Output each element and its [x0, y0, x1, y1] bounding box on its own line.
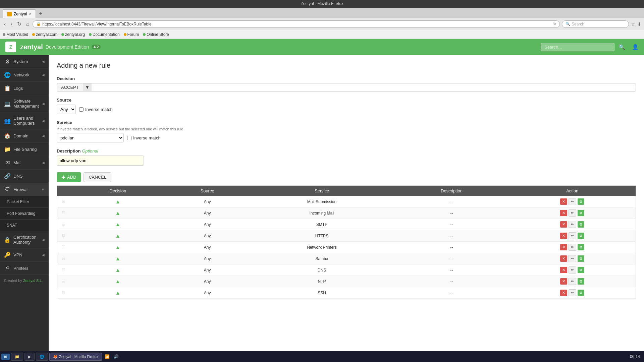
copy-button[interactable]: ⧉ [578, 278, 584, 285]
service-select[interactable]: pdc.lan Mail Submission SMTP HTTPS DNS [57, 133, 124, 142]
drag-handle[interactable]: ⠿ [62, 211, 65, 216]
edit-button[interactable]: ✏ [569, 244, 576, 251]
drag-handle[interactable]: ⠿ [62, 222, 65, 227]
reload-button[interactable]: ↻ [16, 20, 23, 28]
copy-button[interactable]: ⧉ [578, 233, 584, 239]
download-icon[interactable]: ⬇ [637, 21, 641, 27]
copy-button[interactable]: ⧉ [578, 255, 584, 262]
delete-button[interactable]: ✕ [560, 198, 567, 205]
sidebar-item-network[interactable]: 🌐 Network ◀ [0, 68, 49, 82]
drag-handle[interactable]: ⠿ [62, 256, 65, 261]
action-cell: ✕ ✏ ⧉ [509, 287, 636, 299]
source-cell: Any [165, 264, 249, 276]
sidebar-item-port-forwarding[interactable]: Port Forwarding [0, 208, 49, 220]
source-cell: Any [165, 196, 249, 207]
edit-button[interactable]: ✏ [569, 198, 576, 205]
delete-button[interactable]: ✕ [560, 210, 567, 216]
forward-button[interactable]: › [9, 20, 13, 28]
sidebar-item-mail[interactable]: ✉ Mail ◀ [0, 156, 49, 170]
zentyal-link[interactable]: Zentyal S.L. [23, 279, 43, 283]
edit-button[interactable]: ✏ [569, 255, 576, 262]
sidebar-item-firewall[interactable]: 🛡 Firewall ▼ [0, 183, 49, 196]
source-cell: Any [165, 219, 249, 230]
edit-button[interactable]: ✏ [569, 266, 576, 274]
sidebar-item-packet-filter[interactable]: Packet Filter [0, 196, 49, 208]
source-select[interactable]: Any [57, 105, 76, 114]
back-button[interactable]: ‹ [3, 20, 7, 28]
source-cell: Any [165, 207, 249, 219]
header-search-icon[interactable]: 🔍 [619, 44, 625, 50]
taskbar-firefox-item[interactable]: 🦊 Zentyal - Mozilla Firefox [49, 353, 102, 361]
new-tab-button[interactable]: + [36, 9, 45, 18]
decision-main-button[interactable]: ACCEPT [57, 83, 83, 91]
edit-button[interactable]: ✏ [569, 221, 576, 228]
copy-button[interactable]: ⧉ [578, 210, 584, 216]
sidebar-item-filesharing[interactable]: 📁 File Sharing [0, 143, 49, 156]
cancel-button[interactable]: CANCEL [84, 172, 111, 182]
reload-icon[interactable]: ↻ [553, 22, 556, 26]
edit-button[interactable]: ✏ [569, 209, 576, 217]
bookmark-zentyal-com[interactable]: zentyal.com [32, 32, 57, 37]
sidebar-item-cert[interactable]: 🔒 Certification Authority ◀ [0, 231, 49, 248]
sidebar-item-vpn[interactable]: 🔑 VPN ◀ [0, 248, 49, 262]
delete-button[interactable]: ✕ [560, 278, 567, 285]
sidebar-label: Printers [13, 266, 45, 271]
delete-button[interactable]: ✕ [560, 267, 567, 273]
drag-handle[interactable]: ⠿ [62, 234, 65, 238]
taskbar-start-button[interactable]: ⊞ [1, 354, 10, 360]
browser-search-bar[interactable]: 🔍 Search [562, 20, 629, 28]
sidebar-item-users[interactable]: 👥 Users and Computers ◀ [0, 112, 49, 129]
delete-button[interactable]: ✕ [560, 221, 567, 228]
bookmark-documentation[interactable]: Documentation [89, 32, 120, 37]
service-inverse-checkbox[interactable] [127, 136, 131, 140]
bookmark-star-icon[interactable]: ☆ [631, 21, 635, 27]
edit-button[interactable]: ✏ [569, 289, 576, 296]
browser-tab-active[interactable]: Zentyal ✕ [3, 9, 36, 18]
sidebar-item-printers[interactable]: 🖨 Printers [0, 262, 49, 275]
copy-button[interactable]: ⧉ [578, 244, 584, 250]
delete-button[interactable]: ✕ [560, 290, 567, 296]
drag-handle[interactable]: ⠿ [62, 245, 65, 250]
delete-button[interactable]: ✕ [560, 233, 567, 239]
decision-cell: ▲ [70, 196, 165, 207]
home-button[interactable]: ⌂ [25, 20, 31, 28]
bookmark-forum[interactable]: Forum [124, 32, 139, 37]
sidebar-item-software[interactable]: 💻 Software Management ◀ [0, 95, 49, 112]
taskbar-icon-terminal[interactable]: ▶ [24, 353, 35, 361]
header-user-icon[interactable]: 👤 [632, 44, 639, 50]
drag-handle[interactable]: ⠿ [62, 268, 65, 273]
decision-arrow-button[interactable]: ▼ [83, 83, 92, 91]
sidebar-item-system[interactable]: ⚙ System ◀ [0, 55, 49, 68]
source-inverse-checkbox[interactable] [79, 107, 84, 112]
delete-button[interactable]: ✕ [560, 255, 567, 262]
copy-button[interactable]: ⧉ [578, 290, 584, 296]
form-buttons: ✚ ADD CANCEL [57, 172, 636, 182]
sidebar-item-logs[interactable]: 📋 Logs [0, 82, 49, 95]
taskbar-icon-files[interactable]: 📁 [11, 353, 23, 361]
drag-handle[interactable]: ⠿ [62, 291, 65, 295]
bookmark-online-store[interactable]: Online Store [143, 32, 169, 37]
table-row: ⠿ ▲ Any Mail Submission -- ✕ ✏ ⧉ [57, 196, 636, 207]
sidebar-item-snat[interactable]: SNAT [0, 220, 49, 231]
bookmark-zentyal-org[interactable]: zentyal.org [61, 32, 85, 37]
header-search-input[interactable] [541, 43, 614, 51]
bookmarks-bar: Most Visited zentyal.com zentyal.org Doc… [0, 30, 644, 39]
description-input[interactable]: allow udp vpn [57, 156, 144, 166]
bookmark-most-visited[interactable]: Most Visited [3, 32, 28, 37]
address-bar[interactable]: 🔒 https://localhost:8443/Firewall/View/I… [33, 20, 560, 28]
sidebar-sub-label: Port Forwarding [7, 211, 45, 216]
copy-button[interactable]: ⧉ [578, 267, 584, 273]
taskbar-icon-browser2[interactable]: 🌐 [36, 353, 48, 361]
copy-button[interactable]: ⧉ [578, 221, 584, 228]
drag-handle[interactable]: ⠿ [62, 199, 65, 204]
edit-button[interactable]: ✏ [569, 232, 576, 239]
sidebar-item-domain[interactable]: 🏠 Domain ◀ [0, 129, 49, 143]
drag-handle[interactable]: ⠿ [62, 279, 65, 284]
edit-button[interactable]: ✏ [569, 278, 576, 285]
tab-close-button[interactable]: ✕ [29, 12, 32, 16]
delete-button[interactable]: ✕ [560, 244, 567, 250]
copy-button[interactable]: ⧉ [578, 198, 584, 205]
add-button[interactable]: ✚ ADD [57, 172, 81, 182]
sidebar-item-dns[interactable]: 🔗 DNS [0, 170, 49, 183]
decision-split-button[interactable]: ACCEPT ▼ [57, 83, 636, 92]
